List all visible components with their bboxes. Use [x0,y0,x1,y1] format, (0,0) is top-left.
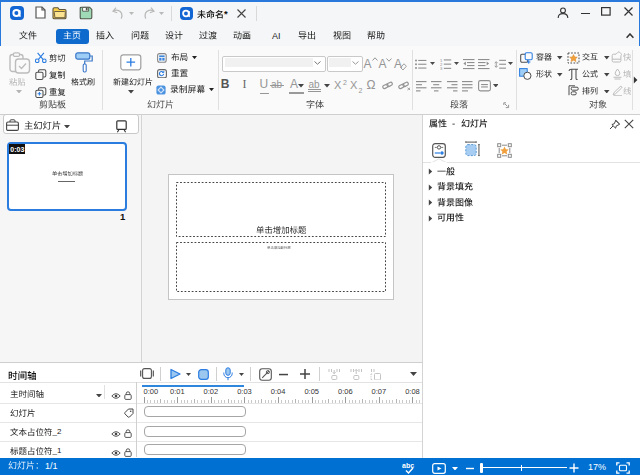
svg-text:3: 3 [440,66,443,70]
